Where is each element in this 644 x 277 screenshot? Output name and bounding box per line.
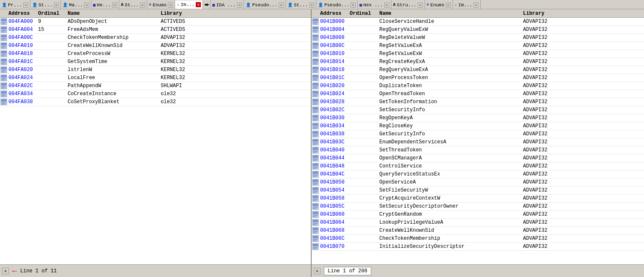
close-tab-pseudo2[interactable]: ✕	[351, 3, 356, 8]
address-cell[interactable]: 0041B05C	[312, 203, 350, 210]
table-row[interactable]: 0041B01C OpenProcessToken ADVAPI32	[312, 74, 644, 82]
address-cell[interactable]: 0041B01C	[312, 74, 350, 81]
close-tab-enums2[interactable]: ✕	[446, 3, 451, 8]
table-row[interactable]: 0041B000 CloseServiceHandle ADVAPI32	[312, 18, 644, 26]
address-cell[interactable]: 0041B068	[312, 227, 350, 234]
table-row[interactable]: 0041B044 OpenSCManagerA ADVAPI32	[312, 154, 644, 162]
address-cell[interactable]: 0041B018	[312, 66, 350, 73]
table-row[interactable]: 0041B070 InitializeSecurityDescriptor AD…	[312, 243, 644, 251]
table-row[interactable]: 004FA00C CheckTokenMembership ADVAPI32	[0, 34, 311, 42]
tab-ma[interactable]: 👤 Ma... ✕	[61, 0, 91, 9]
tab-st3[interactable]: 👤 St... ✕	[286, 0, 316, 9]
address-cell[interactable]: 0041B000	[312, 18, 350, 25]
close-tab-pseudo1[interactable]: ✕	[279, 3, 284, 8]
address-cell[interactable]: 0041B020	[312, 82, 350, 89]
table-row[interactable]: 0041B05C SetSecurityDescriptorOwner ADVA…	[312, 203, 644, 211]
address-cell[interactable]: 0041B038	[312, 131, 350, 137]
address-cell[interactable]: 0041B03C	[312, 139, 350, 145]
address-cell[interactable]: 0041B010	[312, 50, 350, 57]
address-cell[interactable]: 0041B04C	[312, 171, 350, 178]
table-row[interactable]: 0041B050 OpenServiceA ADVAPI32	[312, 178, 644, 186]
table-row[interactable]: 0041B008 RegDeleteValueW ADVAPI32	[312, 34, 644, 42]
table-row[interactable]: 004FA010 CreateWellKnownSid ADVAPI32	[0, 42, 311, 50]
address-cell[interactable]: 004FA020	[0, 66, 38, 73]
address-cell[interactable]: 004FA034	[0, 91, 38, 97]
close-tab-im1[interactable]: ✕	[196, 2, 201, 7]
table-row[interactable]: 004FA018 CreateProcessW KERNEL32	[0, 50, 311, 58]
tab-enums2[interactable]: ≡ Enums ✕	[425, 0, 453, 9]
tab-pr[interactable]: 👤 Pr... ✕	[0, 0, 30, 9]
table-row[interactable]: 004FA01C GetSystemTime KERNEL32	[0, 58, 311, 66]
address-cell[interactable]: 004FA004	[0, 26, 38, 33]
table-row[interactable]: 0041B060 CryptGenRandom ADVAPI32	[312, 211, 644, 219]
table-row[interactable]: 0041B048 ControlService ADVAPI32	[312, 162, 644, 170]
tab-hex2[interactable]: ▦ Hex ... ✕	[358, 0, 391, 9]
address-cell[interactable]: 0041B054	[312, 187, 350, 194]
tab-st2[interactable]: A St... ✕	[119, 0, 147, 9]
close-tab-st1[interactable]: ✕	[54, 3, 59, 8]
tab-pseudo1[interactable]: 👤 Pseudo... ✕	[244, 0, 285, 9]
address-cell[interactable]: 0041B070	[312, 243, 350, 250]
table-row[interactable]: 0041B058 CryptAcquireContextW ADVAPI32	[312, 195, 644, 203]
address-cell[interactable]: 0041B050	[312, 179, 350, 186]
table-row[interactable]: 0041B04C QueryServiceStatusEx ADVAPI32	[312, 170, 644, 178]
address-cell[interactable]: 004FA02C	[0, 82, 38, 89]
table-row[interactable]: 004FA038 CoSetProxyBlanket ole32	[0, 98, 311, 106]
table-row[interactable]: 0041B06C CheckTokenMembership ADVAPI32	[312, 235, 644, 243]
tab-imports-right[interactable]: ⇩ Im... ✕	[453, 0, 481, 9]
table-row[interactable]: 0041B068 CreateWellKnownSid ADVAPI32	[312, 227, 644, 235]
table-row[interactable]: 0041B038 GetSecurityInfo ADVAPI32	[312, 130, 644, 138]
table-row[interactable]: 004FA020 lstrlenW KERNEL32	[0, 66, 311, 74]
address-cell[interactable]: 0041B028	[312, 99, 350, 105]
address-cell[interactable]: 0041B030	[312, 115, 350, 121]
table-row[interactable]: 0041B00C RegSetValueExA ADVAPI32	[312, 42, 644, 50]
close-tab-stru[interactable]: ✕	[418, 3, 423, 8]
table-row[interactable]: 0041B028 GetTokenInformation ADVAPI32	[312, 98, 644, 106]
close-tab-st2[interactable]: ✕	[140, 3, 145, 8]
table-row[interactable]: 0041B030 RegOpenKeyA ADVAPI32	[312, 114, 644, 122]
table-row[interactable]: 0041B03C EnumDependentServicesA ADVAPI32	[312, 138, 644, 146]
address-cell[interactable]: 0041B034	[312, 123, 350, 129]
close-tab-enums1[interactable]: ✕	[168, 3, 173, 8]
address-cell[interactable]: 0041B02C	[312, 107, 350, 113]
address-cell[interactable]: 004FA000	[0, 18, 38, 25]
close-tab-pr[interactable]: ✕	[23, 3, 28, 8]
close-tab-he[interactable]: ✕	[112, 3, 117, 8]
status-close-left[interactable]: ✕	[2, 268, 9, 274]
address-cell[interactable]: 004FA024	[0, 74, 38, 81]
close-tab-hex2[interactable]: ✕	[384, 3, 389, 8]
address-cell[interactable]: 0041B058	[312, 195, 350, 202]
address-cell[interactable]: 0041B024	[312, 91, 350, 97]
table-row[interactable]: 0041B014 RegCreateKeyExA ADVAPI32	[312, 58, 644, 66]
address-cell[interactable]: 0041B048	[312, 163, 350, 170]
table-row[interactable]: 004FA034 CoCreateInstance ole32	[0, 90, 311, 98]
tab-ida[interactable]: ▦ IDA ... ✕	[211, 0, 244, 9]
address-cell[interactable]: 004FA018	[0, 50, 38, 57]
close-tab-ida[interactable]: ✕	[237, 3, 242, 8]
close-tab-im2[interactable]: ✕	[474, 3, 479, 8]
address-cell[interactable]: 0041B00C	[312, 42, 350, 49]
tab-pseudo2[interactable]: 👤 Pseudo... ✕	[316, 0, 358, 9]
address-cell[interactable]: 0041B004	[312, 26, 350, 33]
table-row[interactable]: 0041B02C SetSecurityInfo ADVAPI32	[312, 106, 644, 114]
address-cell[interactable]: 0041B064	[312, 219, 350, 226]
status-close-right[interactable]: ✕	[314, 268, 321, 274]
tab-he[interactable]: ▦ He... ✕	[91, 0, 119, 9]
tab-imports-left[interactable]: ⇩ Im... ✕	[175, 0, 203, 9]
tab-stru[interactable]: A Stru... ✕	[392, 0, 425, 9]
address-cell[interactable]: 004FA038	[0, 99, 38, 105]
address-cell[interactable]: 0041B06C	[312, 235, 350, 242]
address-cell[interactable]: 004FA01C	[0, 58, 38, 65]
tab-enums1[interactable]: ≡ Enums ✕	[147, 0, 175, 9]
table-row[interactable]: 0041B018 RegQueryValueExA ADVAPI32	[312, 66, 644, 74]
tab-nav-arrows[interactable]: ◄►	[203, 0, 211, 9]
address-cell[interactable]: 0041B014	[312, 58, 350, 65]
table-row[interactable]: 0041B034 RegCloseKey ADVAPI32	[312, 122, 644, 130]
close-tab-ma[interactable]: ✕	[84, 3, 89, 8]
table-row[interactable]: 0041B040 SetThreadToken ADVAPI32	[312, 146, 644, 154]
address-cell[interactable]: 0041B044	[312, 155, 350, 162]
table-row[interactable]: 0041B024 OpenThreadToken ADVAPI32	[312, 90, 644, 98]
table-row[interactable]: 0041B064 LookupPrivilegeValueA ADVAPI32	[312, 219, 644, 227]
address-cell[interactable]: 004FA00C	[0, 34, 38, 41]
address-cell[interactable]: 004FA010	[0, 42, 38, 49]
